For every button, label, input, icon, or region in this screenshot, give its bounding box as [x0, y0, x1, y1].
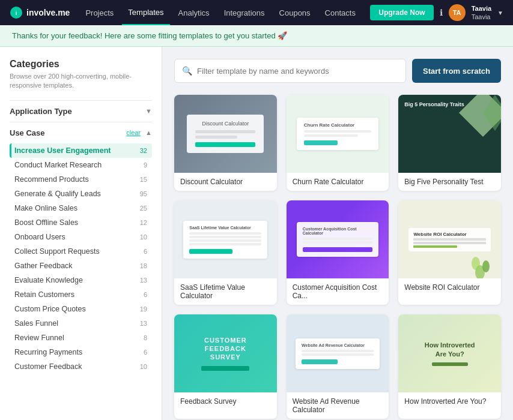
template-card[interactable]: SaaS Lifetime Value Calculator Preview C… — [174, 200, 277, 305]
card-label: Big Five Personality Test — [398, 173, 501, 191]
use-case-item[interactable]: Gather Feedback 18 — [10, 259, 152, 273]
preview-button[interactable]: Preview — [305, 220, 371, 237]
preview-button[interactable]: Preview — [305, 334, 371, 351]
preview-button[interactable]: Preview — [192, 220, 258, 237]
search-box: 🔍 — [174, 59, 406, 83]
use-case-item[interactable]: Boost Offline Sales 12 — [10, 215, 152, 230]
card-label: Churn Rate Calculator — [287, 173, 389, 191]
use-case-item[interactable]: Customer Feedback 10 — [10, 359, 152, 374]
preview-button[interactable]: Preview — [417, 220, 483, 237]
template-card[interactable]: Big 5 Personality Traits Preview Choose … — [398, 95, 501, 191]
user-menu-chevron[interactable]: ▼ — [497, 10, 503, 16]
search-icon: 🔍 — [182, 66, 192, 76]
use-case-item[interactable]: Conduct Market Research 9 — [10, 158, 152, 172]
card-thumbnail: Discount Calculator Preview Choose — [174, 95, 277, 173]
use-case-list: Increase User Engagement 32 Conduct Mark… — [10, 143, 152, 379]
application-type-header[interactable]: Application Type ▼ — [10, 100, 152, 122]
card-label: Customer Acquisition Cost Ca... — [287, 278, 389, 305]
nav-analytics[interactable]: Analytics — [172, 0, 216, 25]
use-case-item[interactable]: Make Online Sales 25 — [10, 201, 152, 215]
card-label: Discount Calculator — [174, 173, 277, 191]
card-label: Website ROI Calculator — [398, 278, 501, 296]
start-from-scratch-button[interactable]: Start from scratch — [412, 59, 501, 83]
card-thumbnail: SaaS Lifetime Value Calculator Preview C… — [174, 200, 277, 278]
use-case-item[interactable]: Evaluate Knowledge 13 — [10, 273, 152, 287]
choose-button[interactable]: Choose — [192, 356, 258, 373]
use-case-header[interactable]: Use Case clear ▲ — [10, 122, 152, 143]
template-card[interactable]: How IntrovertedAre You? Preview Choose H… — [398, 314, 501, 419]
card-label: Feedback Survey — [174, 392, 277, 410]
choose-button[interactable]: Choose — [417, 242, 483, 259]
use-case-item[interactable]: Onboard Users 10 — [10, 230, 152, 244]
use-case-item[interactable]: Sales Funnel 13 — [10, 316, 152, 331]
template-card[interactable]: Website Ad Revenue Calculator Preview Ch… — [287, 314, 389, 419]
template-grid: Discount Calculator Preview Choose Disco… — [174, 95, 501, 419]
card-thumbnail: CUSTOMERFEEDBACKSURVEY Preview Choose — [174, 314, 277, 392]
template-card[interactable]: Website ROI Calculator Preview Choose — [398, 200, 501, 305]
use-case-item[interactable]: Collect Support Requests 6 — [10, 244, 152, 259]
card-label: How Introverted Are You? — [398, 392, 501, 410]
nav-coupons[interactable]: Coupons — [273, 0, 317, 25]
preview-button[interactable]: Preview — [417, 115, 483, 131]
nav-projects[interactable]: Projects — [79, 0, 120, 25]
logo[interactable]: i involve.me — [10, 6, 70, 19]
choose-button[interactable]: Choose — [192, 136, 258, 153]
nav-right: Upgrade Now ℹ TA Taavia Taavia ▼ — [370, 4, 503, 22]
choose-button[interactable]: Choose — [417, 136, 483, 153]
card-label: SaaS Lifetime Value Calculator — [174, 278, 277, 305]
use-case-chevron: ▲ — [145, 129, 152, 136]
nav-contacts[interactable]: Contacts — [319, 0, 362, 25]
logo-text: involve.me — [26, 8, 70, 17]
template-card[interactable]: CUSTOMERFEEDBACKSURVEY Preview Choose Fe… — [174, 314, 277, 419]
use-case-filter: Use Case clear ▲ Increase User Engagemen… — [10, 122, 152, 379]
main-content: 🔍 Start from scratch Discount Calculator — [162, 47, 513, 420]
choose-button[interactable]: Choose — [192, 242, 258, 259]
sidebar-subtitle: Browse over 200 high-converting, mobile-… — [10, 72, 152, 91]
card-thumbnail: Customer Acquisition Cost Calculator Pre… — [287, 200, 389, 278]
card-thumbnail: Website Ad Revenue Calculator Preview Ch… — [287, 314, 389, 392]
upgrade-button[interactable]: Upgrade Now — [370, 5, 433, 20]
main-layout: Categories Browse over 200 high-converti… — [0, 47, 513, 420]
use-case-item[interactable]: Increase User Engagement 32 — [10, 143, 152, 158]
use-case-item[interactable]: Recommend Products 15 — [10, 172, 152, 187]
preview-button[interactable]: Preview — [305, 115, 371, 131]
card-thumbnail: Website ROI Calculator Preview Choose — [398, 200, 501, 278]
user-info: Taavia Taavia — [472, 4, 491, 22]
sidebar: Categories Browse over 200 high-converti… — [0, 47, 162, 420]
use-case-item[interactable]: Custom Price Quotes 19 — [10, 302, 152, 316]
choose-button[interactable]: Choose — [305, 242, 371, 259]
clear-filter-button[interactable]: clear — [126, 129, 141, 136]
navbar: i involve.me Projects Templates Analytic… — [0, 0, 513, 25]
card-thumbnail: How IntrovertedAre You? Preview Choose — [398, 314, 501, 392]
feedback-banner: Thanks for your feedback! Here are some … — [0, 25, 513, 47]
preview-button[interactable]: Preview — [192, 334, 258, 351]
logo-icon: i — [10, 6, 23, 19]
card-label: Website Ad Revenue Calculator — [287, 392, 389, 419]
choose-button[interactable]: Choose — [305, 356, 371, 373]
avatar[interactable]: TA — [449, 4, 466, 21]
use-case-item[interactable]: Generate & Qualify Leads 95 — [10, 187, 152, 201]
application-type-filter: Application Type ▼ — [10, 100, 152, 122]
app-type-chevron: ▼ — [145, 107, 152, 115]
card-thumbnail: Churn Rate Calculator Preview Choose — [287, 95, 389, 173]
nav-integrations[interactable]: Integrations — [218, 0, 271, 25]
template-card[interactable]: Customer Acquisition Cost Calculator Pre… — [287, 200, 389, 305]
choose-button[interactable]: Choose — [305, 136, 371, 153]
preview-button[interactable]: Preview — [192, 115, 258, 131]
info-icon[interactable]: ℹ — [440, 8, 443, 17]
search-row: 🔍 Start from scratch — [174, 59, 501, 83]
card-thumbnail: Big 5 Personality Traits Preview Choose — [398, 95, 501, 173]
choose-button[interactable]: Choose — [417, 356, 483, 373]
use-case-item[interactable]: Recurring Payments 6 — [10, 345, 152, 359]
svg-text:i: i — [16, 10, 17, 16]
preview-button[interactable]: Preview — [417, 334, 483, 351]
template-card[interactable]: Churn Rate Calculator Preview Choose Chu… — [287, 95, 389, 191]
use-case-item[interactable]: Retain Customers 6 — [10, 287, 152, 302]
use-case-item[interactable]: Review Funnel 8 — [10, 331, 152, 345]
search-input[interactable] — [197, 67, 398, 76]
template-card[interactable]: Discount Calculator Preview Choose Disco… — [174, 95, 277, 191]
nav-templates[interactable]: Templates — [122, 0, 169, 25]
sidebar-title: Categories — [10, 59, 152, 70]
